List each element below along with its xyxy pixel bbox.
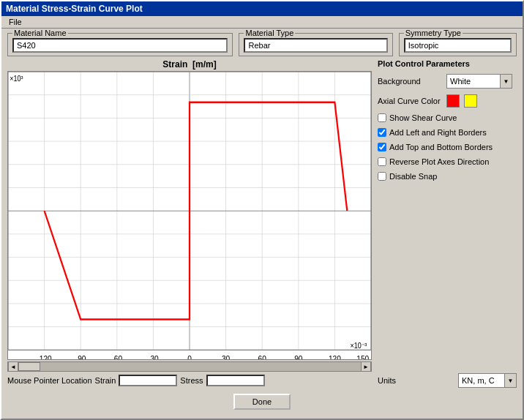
strain-input[interactable] bbox=[119, 375, 177, 386]
axial-color-label: Axial Curve Color bbox=[378, 97, 443, 105]
menu-file[interactable]: File bbox=[6, 17, 25, 27]
disable-snap-checkbox[interactable] bbox=[378, 172, 386, 181]
plot-svg: -120 -90 -60 -30 0 30 60 90 120 150 ×10⁻… bbox=[8, 72, 371, 359]
scroll-right-button[interactable]: ► bbox=[361, 361, 371, 372]
reverse-axes-row: Reverse Plot Axes Direction bbox=[378, 157, 517, 166]
horizontal-scrollbar[interactable]: ◄ ► bbox=[7, 361, 372, 372]
stress-label: Stress bbox=[180, 376, 203, 385]
window-title: Material Stress-Strain Curve Plot bbox=[6, 4, 143, 14]
done-button[interactable]: Done bbox=[233, 394, 291, 410]
background-dropdown-arrow[interactable]: ▼ bbox=[500, 75, 512, 88]
material-type-input[interactable] bbox=[244, 38, 387, 53]
svg-text:×10³: ×10³ bbox=[10, 74, 23, 83]
svg-text:30: 30 bbox=[222, 353, 230, 359]
show-shear-checkbox[interactable] bbox=[378, 113, 386, 122]
scroll-left-button[interactable]: ◄ bbox=[8, 361, 18, 372]
symmetry-type-group: Symmetry Type bbox=[399, 33, 517, 56]
units-dropdown[interactable]: KN, m, C ▼ bbox=[458, 373, 517, 388]
content-area: Material Name Material Type Symmetry Typ… bbox=[1, 29, 523, 419]
svg-text:150: 150 bbox=[356, 353, 369, 359]
strain-label: Strain bbox=[95, 376, 116, 385]
add-lr-borders-label: Add Left and Right Borders bbox=[389, 128, 487, 137]
main-window: Material Stress-Strain Curve Plot File M… bbox=[0, 0, 524, 420]
add-lr-borders-row: Add Left and Right Borders bbox=[378, 128, 517, 137]
stress-input[interactable] bbox=[206, 375, 265, 386]
right-panel: Plot Control Parameters Background White… bbox=[378, 59, 517, 388]
svg-text:-60: -60 bbox=[111, 353, 122, 359]
reverse-axes-checkbox[interactable] bbox=[378, 157, 386, 166]
background-label: Background bbox=[378, 77, 443, 86]
units-dropdown-arrow[interactable]: ▼ bbox=[504, 374, 516, 387]
add-tb-borders-row: Add Top and Bottom Borders bbox=[378, 143, 517, 151]
shear-color-box[interactable] bbox=[464, 94, 477, 108]
svg-text:0: 0 bbox=[187, 353, 192, 359]
svg-text:-120: -120 bbox=[37, 353, 51, 359]
axial-color-row: Axial Curve Color bbox=[378, 94, 517, 108]
material-type-label: Material Type bbox=[244, 29, 295, 37]
material-name-group: Material Name bbox=[7, 33, 233, 56]
svg-text:-90: -90 bbox=[75, 353, 86, 359]
show-shear-row: Show Shear Curve bbox=[378, 113, 517, 122]
status-bar: Mouse Pointer Location Strain Stress bbox=[7, 373, 372, 388]
scroll-track[interactable] bbox=[18, 362, 361, 371]
material-name-label: Material Name bbox=[12, 29, 68, 37]
svg-text:90: 90 bbox=[294, 353, 302, 359]
mouse-location-label: Mouse Pointer Location bbox=[7, 376, 92, 385]
units-value: KN, m, C bbox=[459, 376, 504, 385]
show-shear-label: Show Shear Curve bbox=[389, 113, 457, 122]
disable-snap-row: Disable Snap bbox=[378, 172, 517, 181]
panel-title: Plot Control Parameters bbox=[378, 59, 517, 68]
background-row: Background White ▼ bbox=[378, 74, 517, 89]
add-tb-borders-label: Add Top and Bottom Borders bbox=[389, 143, 493, 151]
svg-text:×10⁻³: ×10⁻³ bbox=[350, 341, 367, 350]
symmetry-type-input[interactable] bbox=[404, 38, 512, 53]
material-name-input[interactable] bbox=[12, 38, 228, 53]
field-row: Material Name Material Type Symmetry Typ… bbox=[7, 33, 517, 56]
background-dropdown[interactable]: White ▼ bbox=[446, 74, 512, 89]
main-area: Strain [m/m] bbox=[7, 59, 517, 388]
material-type-group: Material Type bbox=[239, 33, 392, 56]
plot-title: Strain [m/m] bbox=[7, 59, 372, 70]
axial-color-box[interactable] bbox=[446, 94, 460, 108]
title-bar: Material Stress-Strain Curve Plot bbox=[1, 1, 523, 16]
units-label: Units bbox=[378, 376, 396, 385]
add-lr-borders-checkbox[interactable] bbox=[378, 128, 386, 137]
svg-text:60: 60 bbox=[258, 353, 266, 359]
scroll-thumb[interactable] bbox=[18, 362, 40, 371]
plot-container[interactable]: -120 -90 -60 -30 0 30 60 90 120 150 ×10⁻… bbox=[7, 71, 372, 360]
svg-text:120: 120 bbox=[329, 353, 341, 359]
units-row: Units KN, m, C ▼ bbox=[378, 373, 517, 388]
plot-area: Strain [m/m] bbox=[7, 59, 372, 388]
menu-bar: File bbox=[1, 16, 523, 29]
symmetry-type-label: Symmetry Type bbox=[404, 29, 463, 37]
svg-text:-30: -30 bbox=[148, 353, 159, 359]
reverse-axes-label: Reverse Plot Axes Direction bbox=[389, 157, 489, 166]
footer: Done bbox=[7, 391, 517, 414]
background-value: White bbox=[447, 77, 500, 86]
add-tb-borders-checkbox[interactable] bbox=[378, 143, 386, 151]
disable-snap-label: Disable Snap bbox=[389, 172, 437, 181]
